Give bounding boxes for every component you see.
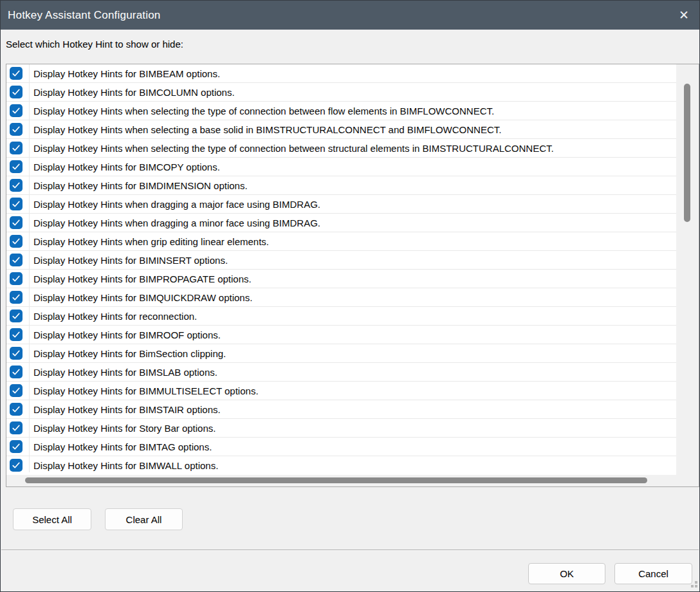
list-item-label: Display Hotkey Hints when dragging a min… (33, 217, 320, 228)
checkbox[interactable] (10, 310, 23, 322)
list-item-label: Display Hotkey Hints for reconnection. (33, 311, 197, 322)
list-item[interactable]: Display Hotkey Hints for BIMROOF options… (6, 326, 676, 344)
check-icon (10, 160, 23, 173)
list-item-label: Display Hotkey Hints when grip editing l… (33, 236, 269, 247)
checkbox[interactable] (10, 179, 23, 192)
check-icon (10, 440, 23, 453)
checkbox-column (6, 326, 30, 344)
checkbox[interactable] (10, 86, 23, 98)
check-icon (10, 198, 23, 210)
list-item-label: Display Hotkey Hints for BIMWALL options… (33, 460, 218, 471)
list-item[interactable]: Display Hotkey Hints for BIMSLAB options… (6, 363, 676, 382)
list-item[interactable]: Display Hotkey Hints for BIMBEAM options… (6, 64, 676, 83)
checkbox[interactable] (10, 123, 23, 136)
checkbox-column (6, 158, 30, 176)
checkbox-column (6, 232, 30, 250)
list-item[interactable]: Display Hotkey Hints for BimSection clip… (6, 344, 676, 363)
list-item-label: Display Hotkey Hints for BIMQUICKDRAW op… (33, 292, 252, 303)
clear-all-button[interactable]: Clear All (105, 508, 183, 530)
list-item-label: Display Hotkey Hints for BIMSTAIR option… (33, 404, 221, 415)
check-icon (10, 403, 23, 416)
list-item-label: Display Hotkey Hints when selecting the … (33, 106, 494, 116)
checkbox[interactable] (10, 160, 23, 173)
select-all-button[interactable]: Select All (13, 508, 91, 530)
close-icon: ✕ (679, 9, 689, 21)
list-item[interactable]: Display Hotkey Hints when selecting the … (6, 139, 676, 158)
horizontal-scrollbar-thumb[interactable] (25, 477, 647, 483)
list-item[interactable]: Display Hotkey Hints when grip editing l… (6, 232, 676, 251)
list-item[interactable]: Display Hotkey Hints for Story Bar optio… (6, 419, 676, 438)
list-item[interactable]: Display Hotkey Hints for BIMSTAIR option… (6, 400, 676, 419)
checkbox-column (6, 400, 30, 418)
list-item[interactable]: Display Hotkey Hints for BIMDIMENSION op… (6, 176, 676, 195)
list-item[interactable]: Display Hotkey Hints for BIMMULTISELECT … (6, 382, 676, 400)
checkbox[interactable] (10, 272, 23, 285)
list-item[interactable]: Display Hotkey Hints for BIMINSERT optio… (6, 251, 676, 270)
check-icon (10, 310, 23, 322)
list-item[interactable]: Display Hotkey Hints for reconnection. (6, 307, 676, 326)
checkbox-column (6, 176, 30, 194)
list-item-label: Display Hotkey Hints when dragging a maj… (33, 199, 320, 210)
checkbox[interactable] (10, 421, 23, 434)
check-icon (10, 123, 23, 136)
list-item[interactable]: Display Hotkey Hints for BIMWALL options… (6, 456, 676, 472)
cancel-button[interactable]: Cancel (614, 563, 692, 584)
vertical-scrollbar[interactable] (676, 64, 699, 486)
checkbox-column (6, 251, 30, 269)
checkbox[interactable] (10, 403, 23, 416)
checkbox[interactable] (10, 216, 23, 229)
list-item-label: Display Hotkey Hints for BIMCOPY options… (33, 162, 220, 172)
check-icon (10, 142, 23, 154)
checkbox[interactable] (10, 384, 23, 397)
checkbox-column (6, 382, 30, 400)
checkbox[interactable] (10, 235, 23, 248)
close-button[interactable]: ✕ (668, 1, 699, 30)
list-item-label: Display Hotkey Hints for BIMMULTISELECT … (33, 385, 259, 396)
check-icon (10, 459, 23, 472)
list-item[interactable]: Display Hotkey Hints for BIMQUICKDRAW op… (6, 288, 676, 307)
list-item-label: Display Hotkey Hints for BIMSLAB options… (33, 367, 217, 378)
checkbox-column (6, 139, 30, 157)
checkbox-column (6, 195, 30, 213)
resize-grip-icon[interactable] (690, 581, 698, 589)
checkbox-column (6, 419, 30, 437)
checkbox[interactable] (10, 67, 23, 80)
ok-button[interactable]: OK (528, 563, 605, 584)
checkbox[interactable] (10, 142, 23, 154)
instruction-text: Select which Hotkey Hint to show or hide… (6, 39, 183, 50)
list-item[interactable]: Display Hotkey Hints when selecting a ba… (6, 120, 676, 139)
checkbox-column (6, 120, 30, 138)
checkbox[interactable] (10, 291, 23, 304)
footer-separator (1, 550, 699, 550)
check-icon (10, 86, 23, 98)
list-item-label: Display Hotkey Hints for BIMROOF options… (33, 329, 221, 340)
checkbox[interactable] (10, 440, 23, 453)
checkbox[interactable] (10, 198, 23, 210)
checkbox-column (6, 456, 30, 472)
checkbox[interactable] (10, 254, 23, 266)
list-item[interactable]: Display Hotkey Hints when dragging a min… (6, 214, 676, 232)
checkbox[interactable] (10, 104, 23, 117)
checkbox[interactable] (10, 365, 23, 378)
list-item[interactable]: Display Hotkey Hints when dragging a maj… (6, 195, 676, 214)
list-item-label: Display Hotkey Hints for BIMPROPAGATE op… (33, 273, 252, 284)
window-title: Hotkey Assistant Configuration (1, 9, 161, 22)
checkbox[interactable] (10, 459, 23, 472)
list-item-label: Display Hotkey Hints for BIMBEAM options… (33, 68, 220, 79)
list-item-label: Display Hotkey Hints when selecting the … (33, 143, 554, 154)
check-icon (10, 254, 23, 266)
vertical-scrollbar-thumb[interactable] (684, 84, 690, 222)
checkbox[interactable] (10, 347, 23, 360)
list-item[interactable]: Display Hotkey Hints when selecting the … (6, 102, 676, 120)
horizontal-scrollbar[interactable] (6, 475, 676, 486)
list-item[interactable]: Display Hotkey Hints for BIMTAG options. (6, 438, 676, 456)
check-icon (10, 216, 23, 229)
checkbox-column (6, 214, 30, 232)
list-item[interactable]: Display Hotkey Hints for BIMPROPAGATE op… (6, 270, 676, 288)
checkbox[interactable] (10, 328, 23, 341)
list-item[interactable]: Display Hotkey Hints for BIMCOLUMN optio… (6, 83, 676, 102)
checkbox-column (6, 270, 30, 288)
check-icon (10, 291, 23, 304)
checkbox-column (6, 288, 30, 306)
list-item[interactable]: Display Hotkey Hints for BIMCOPY options… (6, 158, 676, 176)
